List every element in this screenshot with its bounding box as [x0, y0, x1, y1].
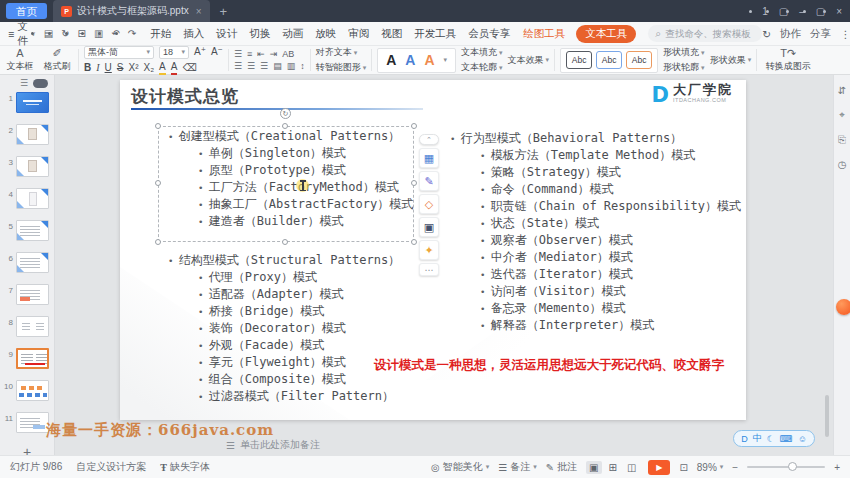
text-fill-button[interactable]: 文本填充▾	[461, 46, 503, 59]
zoom-out-button[interactable]: −	[732, 462, 738, 473]
zoom-slider-thumb[interactable]	[788, 462, 797, 471]
menu-tab[interactable]: 开始	[144, 27, 177, 41]
indent-increase-icon[interactable]: ⇥	[270, 49, 278, 59]
slideshow-play-button[interactable]: ▶	[648, 460, 670, 475]
shape-effects-button[interactable]: 形状效果▾	[710, 54, 752, 67]
zoom-level[interactable]: 89% ▾	[697, 462, 724, 473]
fit-slide-icon[interactable]: ⊡	[679, 462, 687, 473]
slide-thumbnail-preview[interactable]	[16, 380, 49, 401]
shape-fill-icon[interactable]: ◇	[419, 194, 439, 214]
home-tab[interactable]: 首页	[6, 3, 47, 19]
subscript-icon[interactable]: X₂	[143, 62, 154, 74]
panel-copy-icon[interactable]: ⎘	[838, 134, 846, 146]
slide-thumbnail[interactable]: 4	[0, 188, 54, 209]
search-input[interactable]	[665, 28, 755, 39]
strike-icon[interactable]: S	[117, 62, 124, 74]
align-left-icon[interactable]: ☰	[234, 61, 242, 71]
clear-format-icon[interactable]: ⌫	[182, 62, 196, 74]
superscript-icon[interactable]: X²	[128, 62, 138, 74]
new-tab-button[interactable]: +	[220, 4, 228, 19]
wordart-style-orange[interactable]: A	[424, 52, 434, 68]
redo-icon[interactable]: ↷	[128, 28, 136, 39]
convert-to-diagram-button[interactable]: T↷ 转换成图示	[762, 48, 814, 73]
collaborate-button[interactable]: 协作	[780, 27, 801, 41]
shape-style-black[interactable]: Abc	[566, 51, 592, 69]
menu-tab[interactable]: 开发工具	[408, 27, 462, 41]
floating-promo-badge[interactable]	[836, 299, 850, 315]
resize-handle[interactable]	[411, 239, 417, 245]
align-center-icon[interactable]: ☰	[247, 61, 255, 71]
distribute-icon[interactable]: ▥	[287, 61, 296, 71]
shape-fill-button[interactable]: 形状填充▾	[663, 46, 705, 59]
slide-thumbnail-preview[interactable]	[16, 316, 49, 337]
smart-beautify-button[interactable]: ◎ 智能美化 ▾	[431, 460, 489, 474]
layers-icon[interactable]: ▦	[419, 148, 439, 168]
document-tab[interactable]: P 设计模式与框架源码.pptx ×	[53, 0, 210, 22]
slide-thumbnail-preview[interactable]	[16, 348, 49, 369]
menu-tab[interactable]: 设计	[210, 27, 243, 41]
slide-thumbnail[interactable]: 2	[0, 124, 54, 145]
slide-thumbnail-preview[interactable]	[16, 220, 49, 241]
collapse-toolbar-button[interactable]: ⌃	[419, 134, 439, 145]
design-scheme-button[interactable]: 自定义设计方案	[76, 460, 146, 474]
rotate-handle[interactable]: ↻	[280, 108, 291, 119]
pen-icon[interactable]: ✎	[419, 171, 439, 191]
tab-text-tools-active[interactable]: 文本工具	[576, 25, 636, 43]
slide-thumbnail[interactable]: 9	[0, 348, 54, 369]
shape-style-orange[interactable]: Abc	[626, 51, 652, 69]
resize-handle[interactable]	[282, 239, 288, 245]
zoom-in-button[interactable]: +	[834, 462, 840, 473]
slide-thumbnail-preview[interactable]	[16, 252, 49, 273]
underline-icon[interactable]: U	[105, 62, 112, 74]
shape-outline-button[interactable]: 形状轮廓▾	[663, 61, 705, 74]
slide-thumbnail-preview[interactable]	[16, 284, 49, 305]
ime-moon-icon[interactable]: ☾	[767, 434, 775, 444]
view-sorter-icon[interactable]: ⊞	[606, 461, 620, 474]
slide-thumbnail-preview[interactable]	[16, 412, 49, 433]
view-reading-icon[interactable]: ◫	[624, 461, 639, 474]
slide-thumbnail[interactable]: 10	[0, 380, 54, 401]
bullets-icon[interactable]: ☰	[234, 49, 242, 59]
bulb-icon[interactable]: ✦	[419, 240, 439, 260]
wordart-style-black[interactable]: A	[386, 52, 396, 68]
panel-settings-icon[interactable]: ⇵	[838, 85, 846, 96]
highlight-icon[interactable]: A	[159, 61, 166, 75]
numbering-icon[interactable]: ≡	[247, 49, 252, 59]
shape-style-blue[interactable]: Abc	[596, 51, 622, 69]
font-name-select[interactable]: 黑体-简▾	[84, 46, 154, 59]
align-text-button[interactable]: 对齐文本▾	[316, 46, 367, 59]
add-slide-button[interactable]: +	[0, 444, 54, 455]
text-effects-button[interactable]: 文本效果▾	[508, 54, 550, 67]
creational-patterns-block[interactable]: 创建型模式（Creational Patterns） 单例（Singleton）…	[168, 128, 413, 230]
sync-icon[interactable]: ↻	[762, 28, 771, 40]
close-window-icon[interactable]: ×	[836, 6, 842, 17]
comments-button[interactable]: ✎ 批注	[546, 460, 577, 474]
slide-thumbnail[interactable]: 8	[0, 316, 54, 337]
command-search[interactable]: ⌕	[648, 25, 762, 42]
font-color-icon[interactable]: A	[171, 61, 178, 75]
slide-thumbnail[interactable]: 5	[0, 220, 54, 241]
more-tools-button[interactable]: ⋯	[419, 263, 439, 276]
menu-tab[interactable]: 视图	[375, 27, 408, 41]
slide-thumbnail[interactable]: 1	[0, 92, 54, 113]
to-smartart-button[interactable]: 转智能图形▾	[316, 61, 367, 74]
ime-keyboard-icon[interactable]: ⌨	[780, 434, 793, 444]
align-right-icon[interactable]: ☰	[260, 61, 268, 71]
panel-pin-icon[interactable]: ⌖	[839, 109, 845, 121]
slide-thumbnail-preview[interactable]	[16, 188, 49, 209]
red-note-text[interactable]: 设计模式是一种思想，灵活运用思想远大于死记代码、咬文爵字	[374, 357, 724, 374]
resize-handle[interactable]	[155, 239, 161, 245]
line-spacing-icon[interactable]: ↕	[300, 61, 305, 71]
grow-font-button[interactable]: A⁺	[194, 46, 206, 58]
format-painter-button[interactable]: ✐ 格式刷	[41, 48, 73, 73]
menu-tab[interactable]: 切换	[243, 27, 276, 41]
slide-canvas[interactable]: 设计模式总览 D 大厂学院 ITDACHANG.COM 创建型模式（Creati…	[120, 80, 746, 420]
slide-thumbnail[interactable]: 7	[0, 284, 54, 305]
italic-icon[interactable]: I	[96, 62, 99, 74]
behavioral-patterns-block[interactable]: 行为型模式（Behavioral Patterns） 模板方法（Template…	[450, 130, 741, 334]
frame-icon[interactable]: ▣	[419, 217, 439, 237]
slide-title[interactable]: 设计模式总览	[131, 85, 239, 108]
wordart-style-gallery[interactable]: A A A ▾	[377, 48, 456, 73]
more-icon[interactable]: ⋮	[840, 28, 850, 40]
justify-icon[interactable]: ▤	[273, 61, 282, 71]
